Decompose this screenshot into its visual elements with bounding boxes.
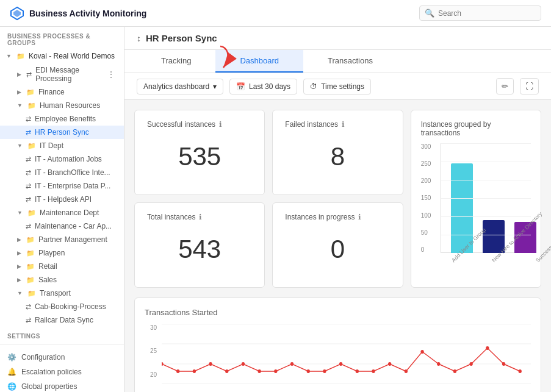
process-icon: ⇄ xyxy=(26,303,31,311)
info-icon[interactable]: ℹ xyxy=(199,213,202,221)
sidebar-item-playpen[interactable]: ▶ 📁 Playpen xyxy=(0,246,124,260)
sidebar-item-maintenance[interactable]: ▼ 📁 Maintenance Dept xyxy=(0,206,124,219)
sidebar-item-kovai[interactable]: ▼ 📁 Kovai - Real World Demos xyxy=(0,49,124,63)
date-range-dropdown[interactable]: 📅 Last 30 days xyxy=(229,79,297,94)
info-icon[interactable]: ℹ xyxy=(342,120,345,129)
process-icon: ⇄ xyxy=(26,182,31,190)
sidebar-label: IT - BranchOffice Inte... xyxy=(35,168,110,177)
svg-point-27 xyxy=(469,362,472,366)
settings-item-escalation[interactable]: 🔔 Escalation policies xyxy=(0,365,124,379)
tab-transactions[interactable]: Transactions xyxy=(303,50,397,73)
tab-tracking[interactable]: Tracking xyxy=(137,50,215,73)
metric-title: Instances in progress xyxy=(285,213,355,221)
sidebar-label: Cab-Booking-Process xyxy=(35,302,106,311)
metric-total: Total instances ℹ 543 xyxy=(134,202,265,288)
sidebar-label: Sales xyxy=(38,276,57,284)
info-icon[interactable]: ℹ xyxy=(219,120,222,129)
sidebar-item-it-helpdesk[interactable]: ⇄ IT - Helpdesk API xyxy=(0,193,124,206)
search-bar[interactable]: 🔍 xyxy=(419,5,541,21)
folder-icon: 📁 xyxy=(26,236,35,244)
sidebar-item-it-enterprise[interactable]: ⇄ IT - Enterprise Data P... xyxy=(0,179,124,193)
sidebar-item-it-dept[interactable]: ▼ 📁 IT Dept xyxy=(0,139,124,152)
dropdown-label: Analytics dashboard xyxy=(143,82,209,91)
settings-label: Configuration xyxy=(21,353,65,362)
tab-dashboard[interactable]: Dashboard xyxy=(215,50,303,73)
sidebar-item-railcar[interactable]: ⇄ Railcar Data Sync xyxy=(0,313,124,327)
bar-chart-card: Instances grouped by transactions 300 25… xyxy=(411,110,541,288)
metric-label: Successful instances ℹ xyxy=(147,120,252,129)
sidebar-item-it-automation[interactable]: ⇄ IT - Automation Jobs xyxy=(0,152,124,166)
expand-icon: ▶ xyxy=(17,71,21,77)
sidebar-section-label: BUSINESS PROCESSES & GROUPS xyxy=(0,27,124,49)
calendar-icon: 📅 xyxy=(236,82,245,91)
sidebar-item-human-resources[interactable]: ▼ 📁 Human Resources xyxy=(0,99,124,112)
sidebar-label: IT - Enterprise Data P... xyxy=(35,182,110,190)
svg-point-29 xyxy=(502,362,505,366)
metric-label: Failed instances ℹ xyxy=(285,120,390,129)
sidebar-item-it-branchoffice[interactable]: ⇄ IT - BranchOffice Inte... xyxy=(0,166,124,179)
line-chart-container: 30 25 20 15 xyxy=(145,324,531,392)
sidebar-item-maintenance-car[interactable]: ⇄ Maintenance - Car Ap... xyxy=(0,219,124,233)
svg-point-26 xyxy=(453,369,456,373)
sidebar-label: Employee Benefits xyxy=(35,115,96,123)
settings-label: Escalation policies xyxy=(21,368,82,376)
content-header: ↕ HR Person Sync xyxy=(124,27,551,50)
svg-point-8 xyxy=(162,362,164,366)
process-icon: ⇄ xyxy=(26,129,31,137)
info-icon[interactable]: ℹ xyxy=(358,213,361,221)
sidebar-item-finance[interactable]: ▶ 📁 Finance xyxy=(0,85,124,99)
process-icon: ⇄ xyxy=(26,71,32,79)
svg-point-13 xyxy=(242,362,245,366)
sync-icon: ↕ xyxy=(137,34,141,43)
search-input[interactable] xyxy=(438,9,536,18)
more-icon[interactable]: ⋮ xyxy=(104,68,118,80)
analytics-dropdown[interactable]: Analytics dashboard ▾ xyxy=(137,79,223,94)
expand-icon: ▼ xyxy=(6,53,12,59)
metric-value: 543 xyxy=(147,229,252,270)
bar-chart-title: Instances grouped by transactions xyxy=(421,120,531,137)
chevron-down-icon: ▾ xyxy=(213,82,217,91)
svg-point-21 xyxy=(372,369,375,373)
sidebar-item-transport[interactable]: ▼ 📁 Transport xyxy=(0,287,124,300)
sidebar-label: Kovai - Real World Demos xyxy=(29,52,115,60)
svg-point-17 xyxy=(307,369,310,373)
sidebar-item-partner[interactable]: ▶ 📁 Partner Management xyxy=(0,233,124,246)
sidebar-item-edi[interactable]: ▶ ⇄ EDI Message Processing ⋮ xyxy=(0,63,124,85)
expand-icon: ▶ xyxy=(17,277,21,283)
svg-point-12 xyxy=(225,369,228,373)
edit-button[interactable]: ✏ xyxy=(496,78,514,94)
sidebar-item-hr-person-sync[interactable]: ⇄ HR Person Sync xyxy=(0,126,124,139)
metrics-grid: Successful instances ℹ 535 Failed instan… xyxy=(134,110,541,288)
fullscreen-button[interactable]: ⛶ xyxy=(520,78,539,94)
svg-point-30 xyxy=(519,369,522,373)
bar-chart-area: 300 250 200 150 100 50 0 xyxy=(421,143,531,277)
sidebar-label: HR Person Sync xyxy=(35,128,89,137)
sidebar-item-sales[interactable]: ▶ 📁 Sales xyxy=(0,273,124,287)
time-icon: ⏱ xyxy=(310,82,317,91)
sidebar-item-retail[interactable]: ▶ 📁 Retail xyxy=(0,260,124,273)
line-chart-card: Transactions Started 30 25 20 15 xyxy=(134,298,541,392)
expand-icon: ▼ xyxy=(17,290,23,296)
sidebar-label: Maintenance Dept xyxy=(40,208,99,217)
process-icon: ⇄ xyxy=(26,316,31,324)
config-icon: ⚙️ xyxy=(7,353,16,362)
settings-item-configuration[interactable]: ⚙️ Configuration xyxy=(0,350,124,365)
metric-label: Instances in progress ℹ xyxy=(285,213,390,221)
metric-value: 535 xyxy=(147,136,252,177)
dashboard-area: Successful instances ℹ 535 Failed instan… xyxy=(124,100,551,392)
time-settings-dropdown[interactable]: ⏱ Time settings xyxy=(303,79,371,94)
folder-icon: 📁 xyxy=(26,276,35,284)
svg-point-25 xyxy=(437,362,440,366)
sidebar-label: Maintenance - Car Ap... xyxy=(35,222,112,230)
sidebar-item-employee-benefits[interactable]: ⇄ Employee Benefits xyxy=(0,112,124,126)
line-chart-area xyxy=(162,324,531,392)
page-title: HR Person Sync xyxy=(146,33,217,43)
tab-bar: Tracking Dashboard Transactions xyxy=(124,50,551,73)
x-axis: Add User to Group New Hire to Active Dir… xyxy=(441,257,531,265)
sidebar-item-cab-booking[interactable]: ⇄ Cab-Booking-Process xyxy=(0,300,124,313)
metric-value: 0 xyxy=(285,229,390,270)
settings-item-global[interactable]: 🌐 Global properties xyxy=(0,379,124,392)
metric-in-progress: Instances in progress ℹ 0 xyxy=(272,202,403,288)
date-label: Last 30 days xyxy=(249,82,290,91)
process-icon: ⇄ xyxy=(26,155,31,163)
